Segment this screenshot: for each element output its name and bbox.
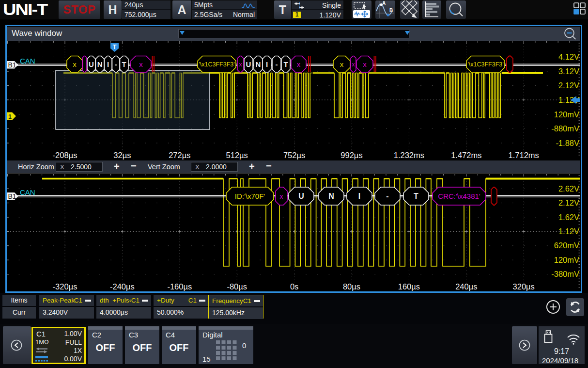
svg-text:-160µs: -160µs xyxy=(167,282,192,291)
svg-text:992µs: 992µs xyxy=(340,151,362,160)
svg-text:x: x xyxy=(280,192,283,200)
svg-text:-: - xyxy=(386,192,388,200)
svg-text:U: U xyxy=(89,60,94,68)
svg-text:2.12V: 2.12V xyxy=(558,81,579,90)
svg-text:x: x xyxy=(363,60,367,68)
svg-text:U: U xyxy=(298,192,304,200)
svg-text:-80µs: -80µs xyxy=(227,282,247,291)
svg-text:x: x xyxy=(73,60,77,68)
svg-text:4.12V: 4.12V xyxy=(558,52,579,61)
svg-text:-240µs: -240µs xyxy=(110,282,135,291)
svg-text:2.62V: 2.62V xyxy=(558,184,579,193)
svg-text:1.712ms: 1.712ms xyxy=(509,151,539,160)
svg-text:320µs: 320µs xyxy=(513,282,535,291)
svg-text:I: I xyxy=(358,192,360,200)
svg-text:-380mV: -380mV xyxy=(551,270,579,278)
svg-text:CAN: CAN xyxy=(20,188,35,196)
svg-text:3.12V: 3.12V xyxy=(558,67,579,76)
svg-text:I: I xyxy=(266,60,268,68)
svg-text:32µs: 32µs xyxy=(113,151,131,160)
svg-text:x: x xyxy=(352,61,355,68)
svg-text:T: T xyxy=(113,44,117,50)
svg-text:T: T xyxy=(414,192,418,200)
svg-text:CRC:'\x4381': CRC:'\x4381' xyxy=(438,192,480,200)
svg-text:-880mV: -880mV xyxy=(551,124,579,133)
svg-text:B1: B1 xyxy=(8,192,16,200)
svg-text:160µs: 160µs xyxy=(398,282,420,291)
svg-text:x: x xyxy=(239,61,242,68)
svg-text:x: x xyxy=(297,60,301,68)
svg-text:x: x xyxy=(139,60,143,68)
svg-text:CAN: CAN xyxy=(20,57,35,65)
svg-text:x: x xyxy=(340,60,344,68)
svg-text:N: N xyxy=(328,192,334,200)
svg-text:2.12V: 2.12V xyxy=(558,198,579,207)
svg-text:-320µs: -320µs xyxy=(53,282,77,291)
svg-text:120mV: 120mV xyxy=(554,110,579,119)
svg-text:-: - xyxy=(115,60,117,68)
svg-text:240µs: 240µs xyxy=(455,282,477,291)
svg-text:N: N xyxy=(256,60,261,68)
svg-text:I: I xyxy=(107,60,109,68)
svg-text:272µs: 272µs xyxy=(169,151,190,160)
svg-text:80µs: 80µs xyxy=(343,282,360,291)
svg-text:120mV: 120mV xyxy=(554,256,579,264)
svg-text:U: U xyxy=(246,60,251,68)
svg-text:N: N xyxy=(97,60,103,68)
svg-text:1.472ms: 1.472ms xyxy=(451,151,481,160)
svg-text:'\x1C3FF3F3': '\x1C3FF3F3' xyxy=(467,61,503,68)
svg-text:B1: B1 xyxy=(8,61,16,69)
svg-text:752µs: 752µs xyxy=(283,151,305,160)
svg-text:620mV: 620mV xyxy=(554,241,579,250)
svg-text:T: T xyxy=(122,60,126,68)
svg-text:'\x1C3FF3F3': '\x1C3FF3F3' xyxy=(199,61,234,68)
svg-text:-208µs: -208µs xyxy=(53,151,77,160)
svg-text:1.12V: 1.12V xyxy=(558,227,579,236)
svg-text:512µs: 512µs xyxy=(226,151,248,160)
svg-text:1.62V: 1.62V xyxy=(558,213,579,222)
svg-text:T: T xyxy=(283,60,288,68)
svg-text:0s: 0s xyxy=(290,282,298,291)
svg-text:ID:'\x70F': ID:'\x70F' xyxy=(235,192,265,200)
svg-text:1.232ms: 1.232ms xyxy=(394,151,424,160)
svg-text:1: 1 xyxy=(8,113,12,120)
svg-text:-1.88V: -1.88V xyxy=(556,139,579,147)
svg-text:-: - xyxy=(276,60,278,68)
